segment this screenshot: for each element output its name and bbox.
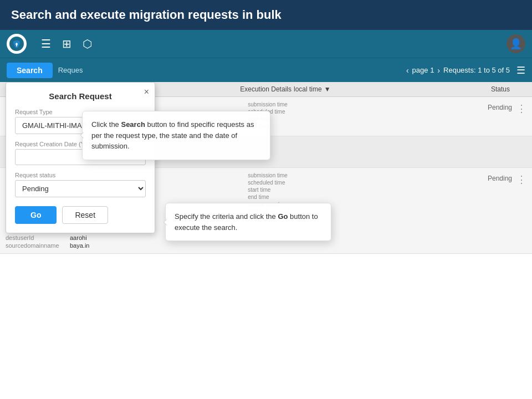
next-page-button[interactable]: › [437,66,440,75]
header-banner: Search and execute migration requests in… [0,0,532,30]
app-container: ☰ ⊞ ⬡ 👤 Search Reques ‹ page 1 › Request… [0,30,532,395]
tooltip-search: Click the Search button to find specific… [82,111,270,160]
nav-logo [7,34,27,54]
add-icon[interactable]: ⊞ [62,37,71,50]
tooltip2-arrow-inner [161,219,167,225]
user-avatar[interactable]: 👤 [507,34,525,53]
toolbar: Search Reques ‹ page 1 › Requests: 1 to … [0,58,532,82]
requests-info: Requests: 1 to 5 of 5 [443,66,510,74]
status-group: Request status Pending All Running Compl… [15,172,146,197]
user-icon: 👤 [510,38,522,50]
row-menu-button[interactable]: ⋮ [516,103,526,115]
status-label: Request status [15,172,146,178]
row-right: Pending ⋮ [429,101,526,115]
panel-title: Search Request [15,91,146,101]
logo-icon [9,36,24,52]
page-info: page 1 [412,66,434,74]
top-nav: ☰ ⊞ ⬡ 👤 [0,30,532,58]
tooltip-bold-go: Go [278,212,288,221]
list-icon[interactable]: ☰ [41,37,51,50]
th-execution: Execution Details local time ▼ [240,85,416,93]
main-area: Request Execution Details local time ▼ S… [0,82,532,395]
tooltip-go: Specify the criteria and click the Go bu… [165,203,331,241]
sort-icon[interactable]: ▼ [324,85,331,93]
row-menu-button[interactable]: ⋮ [516,173,526,186]
status-badge: Pending [488,104,512,111]
row-center: submission time scheduled time start tim… [248,101,429,129]
close-icon[interactable]: × [144,87,149,97]
go-button[interactable]: Go [15,206,57,224]
row-right: Pending ⋮ [429,172,526,186]
prev-page-button[interactable]: ‹ [406,66,409,75]
export-icon[interactable]: ⬡ [83,37,92,50]
reset-button[interactable]: Reset [62,206,108,224]
status-select[interactable]: Pending All Running Completed Failed [15,180,146,197]
panel-buttons: Go Reset [15,206,146,224]
toolbar-label: Reques [58,66,83,74]
header-title: Search and execute migration requests in… [11,8,282,22]
tooltip-arrow-inner [78,132,84,138]
status-badge: Pending [488,175,512,182]
search-button[interactable]: Search [7,63,53,78]
pagination: ‹ page 1 › Requests: 1 to 5 of 5 [406,66,510,75]
tooltip-bold-search: Search [121,120,145,129]
th-status: Status [416,85,526,93]
table-menu-icon[interactable]: ☰ [516,64,525,76]
